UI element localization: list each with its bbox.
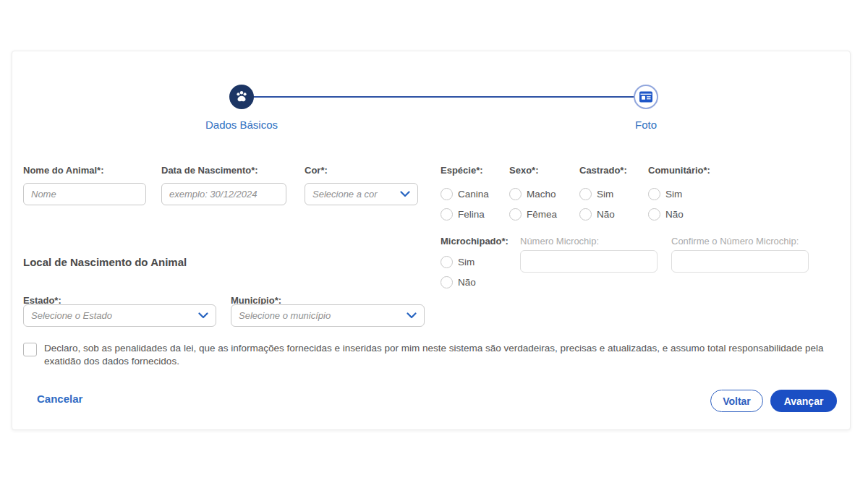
microchipado-option-sim: Sim: [441, 256, 475, 268]
especie-option-canina: Canina: [441, 188, 489, 200]
radio-castrado-nao[interactable]: [579, 208, 592, 221]
paw-icon: [234, 89, 250, 105]
declaracao-checkbox[interactable]: [23, 343, 37, 356]
especie-option-felina: Felina: [441, 208, 485, 221]
avancar-button[interactable]: Avançar: [770, 390, 837, 412]
data-nascimento-input[interactable]: [161, 183, 286, 205]
radio-comunitario-sim-label: Sim: [665, 189, 682, 200]
sexo-option-femea: Fêmea: [509, 208, 557, 221]
radio-microchipado-sim-label: Sim: [458, 257, 475, 267]
especie-label: Espécie*:: [441, 165, 483, 176]
radio-femea-label: Fêmea: [527, 209, 557, 220]
step-dados-basicos[interactable]: [229, 85, 254, 109]
registration-form-card: Dados Básicos Foto Nome do Animal*: Data…: [12, 51, 851, 430]
cor-select[interactable]: Selecione a cor: [305, 183, 418, 205]
radio-castrado-sim-label: Sim: [597, 189, 613, 200]
castrado-option-sim: Sim: [579, 188, 613, 200]
radio-comunitario-nao-label: Não: [665, 209, 684, 220]
microchipado-label: Microchipado*:: [441, 236, 509, 247]
step-foto[interactable]: [634, 85, 658, 109]
municipio-select[interactable]: Selecione o município: [231, 304, 425, 327]
data-nascimento-label: Data de Nascimento*:: [161, 165, 258, 176]
radio-canina-label: Canina: [458, 189, 489, 200]
radio-microchipado-nao[interactable]: [441, 276, 453, 288]
radio-macho-label: Macho: [527, 189, 556, 200]
nome-label: Nome do Animal*:: [23, 165, 103, 176]
radio-felina[interactable]: [441, 208, 453, 221]
radio-femea[interactable]: [509, 208, 522, 221]
sexo-label: Sexo*:: [509, 165, 538, 176]
confirme-microchip-input[interactable]: [671, 250, 809, 273]
comunitario-option-nao: Não: [648, 208, 684, 221]
id-card-icon: [637, 88, 655, 106]
nome-input[interactable]: [23, 183, 146, 205]
radio-comunitario-nao[interactable]: [648, 208, 660, 221]
chevron-down-icon: [407, 312, 417, 319]
declaracao-text: Declaro, sob as penalidades da lei, que …: [44, 342, 840, 368]
radio-macho[interactable]: [509, 188, 522, 200]
confirme-microchip-label: Confirme o Número Microchip:: [671, 236, 799, 247]
radio-comunitario-sim[interactable]: [648, 188, 660, 200]
cancelar-link[interactable]: Cancelar: [37, 393, 82, 405]
radio-microchipado-sim[interactable]: [441, 256, 453, 268]
microchipado-option-nao: Não: [441, 276, 476, 288]
radio-castrado-sim[interactable]: [579, 188, 592, 200]
radio-canina[interactable]: [441, 188, 453, 200]
municipio-select-value: Selecione o município: [239, 310, 331, 321]
chevron-down-icon: [198, 312, 208, 319]
stepper-connector-line: [242, 96, 646, 98]
radio-felina-label: Felina: [458, 209, 485, 220]
castrado-label: Castrado*:: [579, 165, 627, 176]
numero-microchip-input[interactable]: [520, 250, 658, 273]
step-label-dados-basicos[interactable]: Dados Básicos: [169, 119, 314, 131]
radio-microchipado-nao-label: Não: [458, 277, 476, 288]
local-nascimento-title: Local de Nascimento do Animal: [23, 256, 187, 268]
cor-label: Cor*:: [305, 165, 328, 176]
voltar-button[interactable]: Voltar: [710, 390, 763, 412]
radio-castrado-nao-label: Não: [597, 209, 615, 220]
cor-select-value: Selecione a cor: [312, 189, 378, 200]
step-label-foto[interactable]: Foto: [574, 119, 718, 131]
castrado-option-nao: Não: [579, 208, 615, 221]
chevron-down-icon: [400, 191, 410, 197]
numero-microchip-label: Número Microchip:: [520, 236, 599, 247]
comunitario-label: Comunitário*:: [648, 165, 710, 176]
estado-select-value: Selecione o Estado: [31, 310, 112, 321]
comunitario-option-sim: Sim: [648, 188, 682, 200]
sexo-option-macho: Macho: [509, 188, 556, 200]
estado-select[interactable]: Selecione o Estado: [23, 304, 216, 327]
